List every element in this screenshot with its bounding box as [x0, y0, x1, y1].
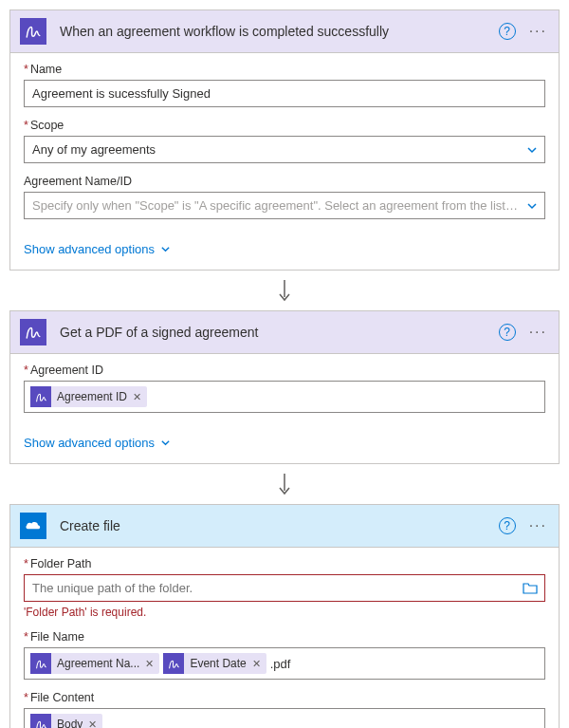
folder-path-input[interactable] — [24, 574, 545, 602]
more-menu-button[interactable]: ··· — [527, 324, 549, 341]
file-name-suffix: .pdf — [270, 657, 291, 671]
help-icon[interactable]: ? — [499, 517, 516, 534]
arrow-down-icon — [275, 278, 294, 303]
card-title: Create file — [60, 518, 499, 533]
remove-token-icon[interactable]: ✕ — [88, 719, 97, 729]
file-content-label: File Content — [24, 691, 545, 704]
card-title: Get a PDF of a signed agreement — [60, 325, 499, 340]
trigger-card: When an agreement workflow is completed … — [9, 9, 560, 271]
folder-path-error: 'Folder Path' is required. — [24, 606, 545, 619]
token-event-date[interactable]: Event Date ✕ — [163, 653, 266, 674]
adobe-sign-icon — [30, 386, 51, 407]
chevron-down-icon — [160, 438, 171, 448]
file-name-input[interactable]: Agreement Na... ✕ Event Date ✕ .pdf — [24, 647, 545, 680]
folder-path-label: Folder Path — [24, 557, 545, 570]
show-advanced-link[interactable]: Show advanced options — [10, 233, 559, 270]
chevron-down-icon — [160, 244, 171, 254]
folder-picker-icon[interactable] — [523, 582, 538, 595]
adobe-sign-icon — [20, 319, 46, 345]
card-header[interactable]: Create file ? ··· — [10, 505, 559, 548]
arrow-down-icon — [275, 472, 294, 496]
onedrive-icon — [20, 513, 46, 539]
action-card-create-file: Create file ? ··· Folder Path 'Folder Pa… — [9, 504, 560, 728]
file-name-label: File Name — [24, 630, 545, 644]
token-body[interactable]: Body ✕ — [30, 714, 102, 728]
agreement-id-label: Agreement ID — [24, 364, 545, 377]
token-agreement-id[interactable]: Agreement ID ✕ — [30, 386, 147, 407]
agreement-label: Agreement Name/ID — [24, 175, 545, 188]
card-title: When an agreement workflow is completed … — [60, 24, 499, 39]
scope-select[interactable]: Any of my agreements — [24, 136, 545, 163]
help-icon[interactable]: ? — [499, 324, 516, 341]
adobe-sign-icon — [20, 18, 46, 45]
card-header[interactable]: When an agreement workflow is completed … — [10, 10, 559, 53]
action-card-pdf: Get a PDF of a signed agreement ? ··· Ag… — [9, 310, 560, 464]
remove-token-icon[interactable]: ✕ — [252, 658, 261, 670]
remove-token-icon[interactable]: ✕ — [145, 658, 154, 670]
flow-connector — [9, 271, 560, 310]
remove-token-icon[interactable]: ✕ — [133, 391, 141, 403]
more-menu-button[interactable]: ··· — [527, 23, 549, 40]
adobe-sign-icon — [30, 653, 51, 674]
flow-connector — [9, 464, 560, 504]
token-agreement-name[interactable]: Agreement Na... ✕ — [30, 653, 159, 674]
scope-label: Scope — [24, 119, 545, 132]
name-label: Name — [24, 63, 545, 76]
adobe-sign-icon — [163, 653, 184, 674]
file-content-input[interactable]: Body ✕ — [24, 708, 545, 728]
card-header[interactable]: Get a PDF of a signed agreement ? ··· — [10, 311, 559, 354]
name-input[interactable] — [24, 80, 545, 107]
agreement-id-input[interactable]: Agreement ID ✕ — [24, 381, 545, 413]
more-menu-button[interactable]: ··· — [527, 517, 549, 534]
agreement-select[interactable]: Specify only when "Scope" is "A specific… — [24, 192, 545, 219]
show-advanced-link[interactable]: Show advanced options — [10, 426, 559, 463]
help-icon[interactable]: ? — [499, 23, 516, 40]
adobe-sign-icon — [30, 714, 51, 728]
